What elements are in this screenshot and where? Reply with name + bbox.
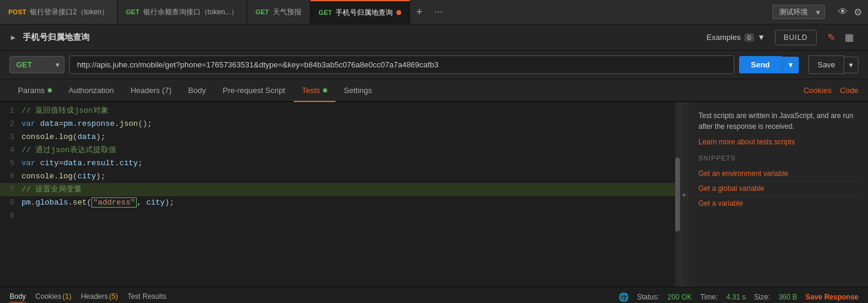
tab-headers-label: Headers (7): [131, 86, 172, 95]
send-dropdown-button[interactable]: ▼: [782, 57, 799, 73]
tab-get-bank-balance[interactable]: GET 银行余额查询接口（token...）: [118, 0, 247, 24]
code-line-1: 1 // 返回值转成json对象: [0, 104, 680, 118]
tab-body-label: Body: [188, 86, 206, 95]
size-label: Size:: [754, 293, 770, 301]
code-line-9: 9: [0, 209, 680, 222]
code-line-6: 6 console.log(city);: [0, 170, 680, 183]
http-method-select[interactable]: GET POST PUT DELETE: [10, 56, 64, 73]
tab1-label: 银行登录接口2（token）: [30, 7, 109, 17]
more-tabs-button[interactable]: ···: [429, 0, 448, 24]
tab-prerequest-label: Pre-request Script: [223, 86, 285, 95]
settings-icon[interactable]: ⚙: [854, 7, 862, 18]
snippet-global-var[interactable]: Get a global variable: [698, 181, 858, 196]
tab-body[interactable]: Body: [180, 80, 214, 102]
url-input[interactable]: [69, 55, 734, 74]
tab-headers[interactable]: Headers (7): [122, 80, 180, 102]
edit-icon-button[interactable]: ✎: [823, 29, 840, 45]
send-button[interactable]: Send: [739, 56, 782, 73]
tab-authorization[interactable]: Authorization: [60, 80, 122, 102]
tab2-label: 银行余额查询接口（token...）: [143, 7, 238, 17]
save-response-button[interactable]: Save Response: [805, 293, 858, 301]
code-editor[interactable]: 1 // 返回值转成json对象 2 var data=pm.response.…: [0, 102, 681, 287]
tab1-method: POST: [8, 8, 26, 16]
size-value: 360 B: [778, 293, 797, 301]
learn-more-link[interactable]: Learn more about tests scripts: [698, 138, 795, 146]
request-tabs: Params Authorization Headers (7) Body Pr…: [0, 79, 868, 102]
tab-prerequest[interactable]: Pre-request Script: [214, 80, 294, 102]
globe-icon: 🌐: [618, 292, 629, 302]
cookies-code-links: Cookies Code: [804, 86, 858, 95]
send-button-group: Send ▼: [739, 56, 799, 73]
status-right-info: 🌐 Status: 200 OK Time: 4.31 s Size: 360 …: [618, 292, 858, 302]
code-lines: 1 // 返回值转成json对象 2 var data=pm.response.…: [0, 102, 680, 225]
tab4-unsaved-dot: [396, 10, 401, 15]
add-tab-button[interactable]: +: [410, 0, 429, 24]
line-content-5: var city=data.result.city;: [21, 157, 680, 170]
snippet-env-var[interactable]: Get an environment variable: [698, 166, 858, 181]
scrollbar[interactable]: [675, 102, 680, 287]
scroll-thumb: [675, 157, 680, 231]
layout-icon-button[interactable]: ▦: [840, 29, 858, 45]
tab-get-weather[interactable]: GET 天气预报: [247, 0, 310, 24]
environment-select[interactable]: 测试环境: [772, 5, 825, 19]
code-line-8: 8 pm.globals.set("address", city);: [0, 196, 680, 209]
line-num-9: 9: [0, 209, 21, 222]
response-tab-body[interactable]: Body: [10, 291, 26, 302]
snippet-get-var[interactable]: Get a variable: [698, 196, 858, 211]
status-value: 200 OK: [667, 293, 692, 301]
time-label: Time:: [700, 293, 718, 301]
status-bar: Body Cookies(1) Headers(5) Test Results …: [0, 287, 868, 303]
right-panel: Test scripts are written in JavaScript, …: [689, 102, 868, 287]
examples-count: 0: [744, 33, 754, 42]
line-num-6: 6: [0, 170, 21, 183]
right-expand-handle[interactable]: ►: [681, 102, 689, 287]
code-line-2: 2 var data=pm.response.json();: [0, 118, 680, 131]
line-content-7: // 设置全局变量: [21, 183, 680, 196]
code-line-7: 7 // 设置全局变量: [0, 183, 680, 196]
response-tab-headers[interactable]: Headers(5): [81, 291, 118, 302]
cookies-count: (1): [63, 292, 72, 301]
line-content-6: console.log(city);: [21, 170, 680, 183]
headers-tab-label: Headers: [81, 292, 107, 301]
examples-label: Examples: [707, 33, 741, 42]
save-button[interactable]: Save: [808, 55, 844, 74]
cookies-tab-label: Cookies: [35, 292, 61, 301]
examples-button[interactable]: Examples 0 ▼: [707, 33, 765, 42]
eye-icon[interactable]: 👁: [838, 7, 848, 17]
tab-settings[interactable]: Settings: [335, 80, 380, 102]
tab-tests[interactable]: Tests: [294, 80, 335, 102]
build-button[interactable]: BUILD: [775, 30, 817, 45]
save-dropdown-button[interactable]: ▼: [844, 57, 858, 73]
top-right-actions: 测试环境 👁 ⚙: [767, 0, 868, 24]
examples-chevron-icon: ▼: [758, 33, 765, 42]
line-num-8: 8: [0, 196, 21, 209]
tab-settings-label: Settings: [344, 86, 372, 95]
code-line-5: 5 var city=data.result.city;: [0, 157, 680, 170]
tab-post-bank-login[interactable]: POST 银行登录接口2（token）: [0, 0, 118, 24]
code-line-4: 4 // 通过json表达式提取值: [0, 144, 680, 157]
tab3-method: GET: [256, 8, 269, 16]
tab-auth-label: Authorization: [69, 86, 114, 95]
code-link[interactable]: Code: [840, 86, 858, 95]
main-content: 1 // 返回值转成json对象 2 var data=pm.response.…: [0, 102, 868, 287]
tab-get-mobile[interactable]: GET 手机号归属地查询: [310, 0, 411, 24]
cookies-link[interactable]: Cookies: [804, 86, 832, 95]
line-num-3: 3: [0, 131, 21, 144]
tab2-method: GET: [126, 8, 140, 16]
url-bar: GET POST PUT DELETE Send ▼ Save ▼: [0, 51, 868, 79]
tests-active-dot: [323, 88, 327, 92]
response-tab-test-results[interactable]: Test Results: [127, 291, 166, 302]
method-select-wrapper: GET POST PUT DELETE: [10, 56, 64, 73]
tab3-label: 天气预报: [273, 7, 301, 17]
tab4-label: 手机号归属地查询: [335, 8, 393, 18]
tab-params[interactable]: Params: [10, 80, 60, 102]
tab-bar: POST 银行登录接口2（token） GET 银行余额查询接口（token..…: [0, 0, 868, 24]
line-content-3: console.log(data);: [21, 131, 680, 144]
line-content-1: // 返回值转成json对象: [21, 104, 680, 118]
request-title: 手机号归属地查询: [23, 32, 707, 43]
line-num-1: 1: [0, 104, 21, 118]
collapse-arrow[interactable]: ►: [10, 33, 17, 42]
line-content-8: pm.globals.set("address", city);: [21, 196, 680, 209]
tabs-container: POST 银行登录接口2（token） GET 银行余额查询接口（token..…: [0, 0, 767, 24]
response-tab-cookies[interactable]: Cookies(1): [35, 291, 71, 302]
